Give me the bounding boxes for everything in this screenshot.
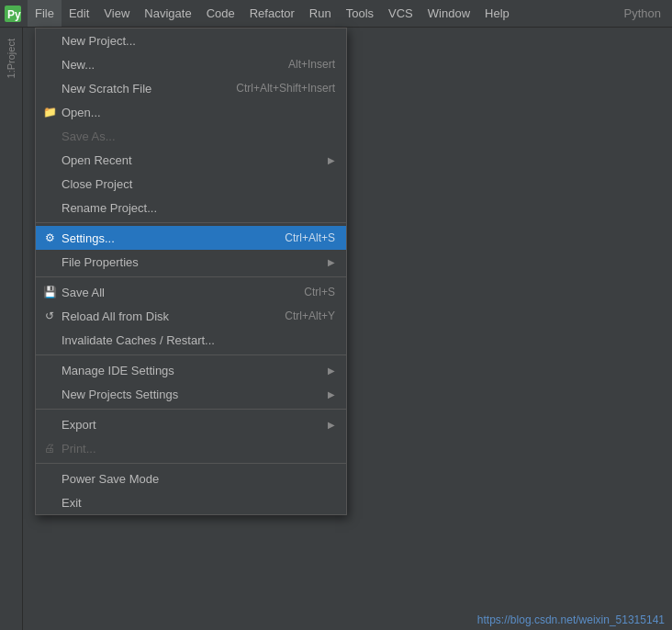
menu-item-open-label: Open... xyxy=(62,106,335,119)
menu-help[interactable]: Help xyxy=(477,0,517,27)
menu-item-export-label: Export xyxy=(62,418,320,432)
menu-item-reload-all-shortcut: Ctrl+Alt+Y xyxy=(285,309,335,322)
menu-item-new-projects-settings-label: New Projects Settings xyxy=(62,388,320,401)
menu-item-manage-ide-settings[interactable]: Manage IDE Settings ▶ xyxy=(36,358,346,382)
menu-item-settings-label: Settings... xyxy=(62,231,266,245)
menu-item-new-project-label: New Project... xyxy=(62,34,335,48)
export-arrow-icon: ▶ xyxy=(328,420,335,430)
menu-item-export[interactable]: Export ▶ xyxy=(36,412,346,436)
menu-item-close-project-label: Close Project xyxy=(62,177,335,191)
menu-item-power-save-mode-label: Power Save Mode xyxy=(62,472,335,486)
folder-icon: 📁 xyxy=(41,104,58,120)
menu-item-open[interactable]: 📁 Open... xyxy=(36,100,346,124)
menu-item-file-properties[interactable]: File Properties ▶ xyxy=(36,250,346,274)
menu-item-open-recent[interactable]: Open Recent ▶ xyxy=(36,148,346,172)
menu-view[interactable]: View xyxy=(96,0,137,27)
menu-item-open-recent-label: Open Recent xyxy=(62,153,320,167)
file-dropdown-menu: New Project... New... Alt+Insert New Scr… xyxy=(35,28,347,515)
menubar: Py File Edit View Navigate Code Refactor… xyxy=(0,0,672,28)
menu-code[interactable]: Code xyxy=(199,0,242,27)
menu-tools[interactable]: Tools xyxy=(339,0,381,27)
menu-item-new-scratch[interactable]: New Scratch File Ctrl+Alt+Shift+Insert xyxy=(36,76,346,100)
menu-item-save-as-label: Save As... xyxy=(62,129,335,143)
new-projects-settings-arrow-icon: ▶ xyxy=(328,389,335,399)
sidebar-tab-project[interactable]: 1:Project xyxy=(2,31,20,85)
statusbar-link[interactable]: https://blog.csdn.net/weixin_51315141 xyxy=(477,613,665,626)
separator-4 xyxy=(36,409,346,410)
menu-file[interactable]: File xyxy=(28,0,62,27)
menu-item-new-scratch-shortcut: Ctrl+Alt+Shift+Insert xyxy=(236,82,335,95)
menu-item-rename-project-label: Rename Project... xyxy=(62,201,335,215)
statusbar: https://blog.csdn.net/weixin_51315141 xyxy=(0,610,672,630)
reload-icon: ↺ xyxy=(41,308,58,324)
menu-run[interactable]: Run xyxy=(302,0,339,27)
menu-item-exit[interactable]: Exit xyxy=(36,490,346,514)
print-icon: 🖨 xyxy=(41,440,58,456)
menu-item-new-label: New... xyxy=(62,58,270,72)
menu-item-invalidate-caches-label: Invalidate Caches / Restart... xyxy=(62,333,335,347)
menu-item-manage-ide-settings-label: Manage IDE Settings xyxy=(62,364,320,377)
menu-item-settings-shortcut: Ctrl+Alt+S xyxy=(285,231,335,244)
menu-navigate[interactable]: Navigate xyxy=(137,0,198,27)
menu-edit[interactable]: Edit xyxy=(62,0,96,27)
app-name-label: Python xyxy=(624,6,668,20)
separator-5 xyxy=(36,463,346,464)
svg-text:Py: Py xyxy=(7,8,21,21)
separator-3 xyxy=(36,354,346,355)
gear-icon: ⚙ xyxy=(41,230,58,246)
menu-item-close-project[interactable]: Close Project xyxy=(36,172,346,196)
menu-item-new[interactable]: New... Alt+Insert xyxy=(36,52,346,76)
save-icon: 💾 xyxy=(41,284,58,300)
menu-item-rename-project[interactable]: Rename Project... xyxy=(36,196,346,219)
menu-item-file-properties-label: File Properties xyxy=(62,255,320,269)
menu-item-reload-all[interactable]: ↺ Reload All from Disk Ctrl+Alt+Y xyxy=(36,304,346,328)
menu-item-new-scratch-label: New Scratch File xyxy=(62,82,218,96)
manage-ide-settings-arrow-icon: ▶ xyxy=(328,366,335,376)
menu-refactor[interactable]: Refactor xyxy=(242,0,302,27)
menu-item-new-shortcut: Alt+Insert xyxy=(288,58,335,71)
menu-item-power-save-mode[interactable]: Power Save Mode xyxy=(36,467,346,490)
menu-item-save-all[interactable]: 💾 Save All Ctrl+S xyxy=(36,280,346,304)
app-icon: Py xyxy=(4,5,22,23)
open-recent-arrow-icon: ▶ xyxy=(328,155,335,165)
menu-item-print: 🖨 Print... xyxy=(36,436,346,460)
menu-item-save-as: Save As... xyxy=(36,124,346,148)
sidebar: 1:Project xyxy=(0,28,23,630)
menu-item-save-all-shortcut: Ctrl+S xyxy=(304,286,335,298)
separator-1 xyxy=(36,222,346,223)
menu-item-reload-all-label: Reload All from Disk xyxy=(62,309,266,323)
menu-item-invalidate-caches[interactable]: Invalidate Caches / Restart... xyxy=(36,328,346,352)
file-properties-arrow-icon: ▶ xyxy=(328,257,335,267)
menu-item-print-label: Print... xyxy=(62,442,335,456)
menu-item-exit-label: Exit xyxy=(62,496,335,510)
separator-2 xyxy=(36,276,346,277)
menu-item-new-projects-settings[interactable]: New Projects Settings ▶ xyxy=(36,382,346,406)
menu-vcs[interactable]: VCS xyxy=(381,0,420,27)
menu-window[interactable]: Window xyxy=(420,0,477,27)
menu-item-save-all-label: Save All xyxy=(62,286,286,299)
menu-item-settings[interactable]: ⚙ Settings... Ctrl+Alt+S xyxy=(36,226,346,250)
menu-item-new-project[interactable]: New Project... xyxy=(36,28,346,52)
